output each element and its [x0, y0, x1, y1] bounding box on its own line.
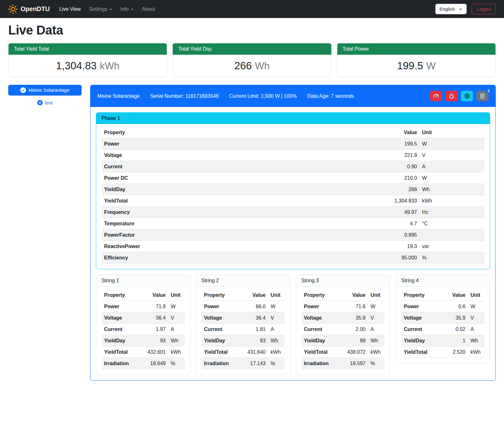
property-unit: V [420, 150, 484, 161]
nav-item-about[interactable]: About [138, 4, 159, 15]
strings-row: String 1 Property Value Unit Power71 [96, 275, 490, 375]
table-row: YieldDay266Wh [102, 184, 484, 195]
table-row: Irradiation18.649% [102, 358, 185, 369]
property-value: 36.4 [244, 312, 268, 324]
nav-item-about-label: About [142, 6, 155, 12]
nav-item-live-view[interactable]: Live View [55, 4, 84, 15]
property-label: Power [202, 301, 244, 312]
summary-unit: kWh [100, 60, 119, 72]
col-header-value: Value [343, 290, 368, 301]
current-limit: Current Limit: 1,500 W | 100% [229, 93, 297, 99]
property-unit: kWh [420, 195, 484, 207]
property-label: YieldTotal [102, 195, 378, 207]
table-row: YieldTotal431.640kWh [202, 346, 285, 358]
summary-card-body: 266Wh [173, 55, 331, 77]
property-label: YieldTotal [202, 346, 244, 358]
nav-links: Live View Settings Info About [55, 4, 159, 15]
property-label: YieldDay [102, 335, 144, 346]
property-unit: % [420, 252, 484, 264]
summary-value: 1,304.83 [56, 60, 96, 72]
property-label: Irradiation [302, 358, 344, 369]
property-unit: Wh [168, 335, 185, 346]
property-label: Current [102, 324, 144, 335]
table-row: Irradiation17.143% [202, 358, 285, 369]
brand[interactable]: OpenDTU [8, 4, 50, 14]
property-value: 0.02 [443, 324, 468, 335]
property-value: 71.6 [343, 301, 368, 312]
table-row: Power66.0W [202, 301, 285, 312]
property-value: 4.7 [378, 218, 420, 229]
col-header-value: Value [244, 290, 268, 301]
power-button[interactable] [445, 91, 457, 101]
table-header-row: Property Value Unit [102, 127, 484, 138]
property-value: 93 [144, 335, 168, 346]
table-row: Voltage35.9V [401, 312, 484, 324]
limit-settings-button[interactable] [430, 91, 442, 101]
property-unit: W [420, 138, 484, 150]
property-unit: A [268, 324, 285, 335]
table-row: YieldDay1Wh [401, 335, 484, 346]
property-label: YieldTotal [401, 346, 443, 358]
table-row: YieldDay83Wh [202, 335, 285, 346]
property-label: YieldDay [202, 335, 244, 346]
inverter-select-button[interactable]: Meine Solaranlage [8, 85, 82, 96]
property-value: 266 [378, 184, 420, 195]
property-label: Irradiation [102, 358, 144, 369]
string-card-2: String 2 Property Value Unit Power66 [196, 275, 290, 375]
power-icon [449, 93, 454, 99]
property-label: Frequency [102, 207, 378, 218]
summary-unit: Wh [255, 60, 270, 72]
property-unit: Hz [420, 207, 484, 218]
property-label: PowerFactor [102, 229, 378, 241]
table-row: Power199.5W [102, 138, 484, 150]
summary-value: 266 [234, 60, 252, 72]
property-value: 36.4 [144, 312, 168, 324]
summary-unit: W [426, 60, 435, 72]
cpu-icon [464, 93, 470, 99]
property-value: 66.0 [244, 301, 268, 312]
table-row: Efficiency95.000% [102, 252, 484, 264]
property-unit: % [368, 358, 384, 369]
table-row: YieldTotal432.601kWh [102, 346, 185, 358]
property-value: 71.8 [144, 301, 168, 312]
language-select[interactable]: English [435, 4, 467, 14]
table-row: Current0.02A [401, 324, 484, 335]
event-log-button[interactable]: 2 [476, 91, 488, 101]
summary-card-body: 199.5W [337, 55, 495, 77]
nav-item-settings[interactable]: Settings [85, 4, 116, 15]
property-unit: var [420, 241, 484, 252]
property-unit: Wh [420, 184, 484, 195]
journal-text-icon [480, 93, 485, 99]
property-label: Voltage [102, 312, 144, 324]
chevron-down-icon [131, 9, 134, 10]
logout-button[interactable]: Logout [472, 4, 496, 14]
property-value: 1 [443, 335, 468, 346]
property-unit: V [368, 312, 384, 324]
string-body: Property Value Unit Power66.0W Voltage36… [196, 287, 290, 375]
nav-item-info[interactable]: Info [116, 4, 137, 15]
summary-cards: Total Yield Total 1,304.83kWh Total Yiel… [0, 43, 504, 77]
property-unit: Wh [468, 335, 484, 346]
table-row: Voltage35.9V [302, 312, 385, 324]
property-label: Power DC [102, 172, 378, 184]
property-label: Current [202, 324, 244, 335]
property-value: 19.3 [378, 241, 420, 252]
property-label: Power [102, 301, 144, 312]
summary-card-header: Total Yield Total [9, 43, 167, 55]
device-info-button[interactable] [461, 91, 473, 101]
inverter-item-test-label: test [45, 100, 53, 105]
string-card-1: String 1 Property Value Unit Power71 [96, 275, 190, 375]
property-label: Irradiation [202, 358, 244, 369]
nav-item-live-view-label: Live View [59, 6, 81, 12]
col-header-value: Value [443, 290, 468, 301]
property-value: 221.9 [378, 150, 420, 161]
property-value: 0.90 [378, 161, 420, 172]
property-unit: V [468, 312, 484, 324]
inverter-name: Meine Solaranlage [97, 93, 140, 99]
table-header-row: Property Value Unit [302, 290, 385, 301]
property-unit: kWh [368, 346, 384, 358]
table-row: Current0.90A [102, 161, 484, 172]
serial-number: Serial Number: 116171603546 [150, 93, 219, 99]
inverter-item-test[interactable]: test [8, 100, 82, 105]
property-value: 35.9 [343, 312, 368, 324]
